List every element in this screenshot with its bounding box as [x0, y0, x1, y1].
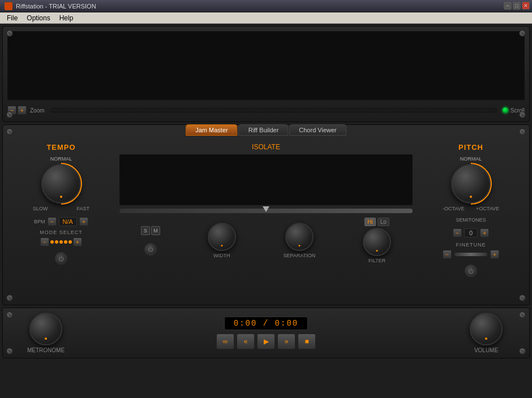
tempo-slow-label: SLOW: [33, 206, 48, 211]
semitones-plus-button[interactable]: +: [480, 228, 489, 237]
title-bar: Riffstation - TRIAL VERSION − □ ✕: [0, 0, 532, 12]
waveform-display: [7, 31, 525, 100]
transport-center: 0:00 / 0:00 ∞ « ▶ » ■: [80, 317, 452, 349]
width-label: WIDTH: [213, 253, 230, 258]
fastforward-button[interactable]: »: [277, 334, 295, 349]
zoom-label: Zoom: [30, 107, 45, 114]
pitch-power-button[interactable]: ⏻: [465, 265, 477, 277]
bpm-minus-button[interactable]: −: [48, 217, 57, 226]
filter-knob-col: Hi Lo FILTER: [363, 218, 391, 263]
s-button[interactable]: S: [141, 226, 150, 235]
bpm-value: N/A: [59, 217, 77, 226]
time-display: 0:00 / 0:00: [224, 317, 308, 330]
stop-button[interactable]: ■: [298, 334, 316, 349]
window-title: Riffstation - TRIAL VERSION: [16, 3, 96, 10]
m-button[interactable]: M: [151, 226, 160, 235]
hi-button[interactable]: Hi: [364, 218, 375, 226]
minimize-button[interactable]: −: [504, 2, 512, 10]
finetune-minus-button[interactable]: −: [443, 250, 452, 259]
plus-octave-label: +OCTAVE: [476, 206, 499, 211]
isolate-section: ISOLATE S M ⏻ WIDTH: [119, 129, 413, 300]
pitch-knob[interactable]: [451, 164, 491, 204]
tempo-knob[interactable]: [41, 164, 81, 204]
sm-power-col: S M ⏻: [141, 226, 160, 256]
screw-bl-trans: [6, 348, 13, 354]
metronome-section: METRONOME: [12, 313, 80, 353]
tab-chord-viewer[interactable]: Chord Viewer: [289, 124, 346, 136]
screw-bl: [6, 111, 13, 118]
isolate-title: ISOLATE: [119, 143, 413, 151]
filter-label: FILTER: [368, 258, 385, 263]
minus-octave-label: -OCTAVE: [443, 206, 465, 211]
mode-dot-3[interactable]: [59, 240, 63, 244]
filter-knob[interactable]: [363, 228, 391, 256]
mode-minus-button[interactable]: −: [40, 237, 49, 246]
isolate-slider[interactable]: [119, 209, 413, 213]
tempo-power-button[interactable]: ⏻: [55, 252, 67, 265]
mode-select-row: MODE SELECT − +: [40, 230, 83, 246]
isolate-power-button[interactable]: ⏻: [144, 243, 157, 256]
finetune-track[interactable]: [454, 252, 488, 257]
loop-button[interactable]: ∞: [216, 334, 234, 349]
screw-bl-mid: [6, 295, 13, 301]
volume-knob[interactable]: [470, 313, 503, 345]
metronome-knob[interactable]: [29, 313, 62, 345]
rewind-button[interactable]: «: [237, 334, 255, 349]
pitch-normal-label: NORMAL: [460, 156, 482, 162]
tempo-knob-container: [41, 164, 81, 204]
play-button[interactable]: ▶: [257, 334, 275, 349]
mode-select-label: MODE SELECT: [40, 230, 83, 235]
isolate-knobs-row: S M ⏻ WIDTH SEPARATION Hi Lo: [119, 218, 413, 263]
mode-controls: − +: [40, 237, 82, 246]
tempo-normal-label: NORMAL: [50, 156, 72, 162]
transport-buttons: ∞ « ▶ » ■: [216, 334, 316, 349]
mode-dot-4[interactable]: [64, 240, 67, 244]
zoom-plus-button[interactable]: +: [18, 106, 27, 115]
screw-tr-mid: [519, 128, 526, 135]
semitones-minus-button[interactable]: −: [453, 228, 462, 237]
tempo-section: TEMPO NORMAL SLOW FAST BPM − N/A + MODE …: [7, 129, 115, 300]
sm-buttons: S M: [141, 226, 160, 235]
separation-label: SEPARATION: [284, 253, 316, 258]
tab-riff-builder[interactable]: Riff Builder: [239, 124, 289, 136]
menu-file[interactable]: File: [2, 14, 22, 23]
waveform-panel: − + Zoom Scroll: [2, 26, 530, 122]
pitch-knob-labels: -OCTAVE +OCTAVE: [443, 206, 499, 211]
scroll-track[interactable]: [50, 108, 497, 113]
metronome-label: METRONOME: [27, 347, 65, 353]
close-button[interactable]: ✕: [522, 2, 530, 10]
pitch-title: PITCH: [458, 143, 483, 152]
semitones-label: SEMITONES: [456, 217, 486, 223]
semitones-controls: − 0 +: [453, 228, 489, 237]
tempo-title: TEMPO: [46, 143, 75, 152]
pitch-section: PITCH NORMAL -OCTAVE +OCTAVE SEMITONES −…: [417, 129, 525, 300]
mode-plus-button[interactable]: +: [73, 237, 82, 246]
width-knob-col: WIDTH: [208, 223, 236, 258]
waveform-controls: − + Zoom Scroll: [7, 103, 525, 117]
lo-button[interactable]: Lo: [377, 218, 389, 226]
menu-options[interactable]: Options: [22, 14, 54, 23]
separation-knob-col: SEPARATION: [284, 223, 316, 258]
separation-knob[interactable]: [285, 223, 314, 251]
maximize-button[interactable]: □: [513, 2, 521, 10]
menu-help[interactable]: Help: [55, 14, 78, 23]
mode-dot-1[interactable]: [50, 240, 54, 244]
mode-dot-2[interactable]: [55, 240, 58, 244]
finetune-row: FINETUNE − +: [443, 242, 499, 259]
width-knob[interactable]: [208, 223, 236, 251]
finetune-plus-button[interactable]: +: [490, 250, 499, 259]
semitones-row: SEMITONES: [456, 217, 486, 223]
bpm-plus-button[interactable]: +: [79, 217, 88, 226]
hilo-buttons: Hi Lo: [364, 218, 389, 226]
mode-dot-5[interactable]: [68, 240, 72, 244]
isolate-slider-thumb: [263, 206, 269, 212]
finetune-slider: − +: [443, 250, 499, 259]
screw-tl-trans: [6, 312, 13, 318]
window-controls: − □ ✕: [504, 2, 530, 10]
scroll-led: [503, 107, 508, 113]
screw-tr: [519, 30, 526, 37]
tab-jam-master[interactable]: Jam Master: [186, 124, 237, 136]
screw-tl: [6, 30, 13, 37]
bpm-row: BPM − N/A +: [34, 217, 88, 226]
app-icon: [5, 2, 12, 10]
